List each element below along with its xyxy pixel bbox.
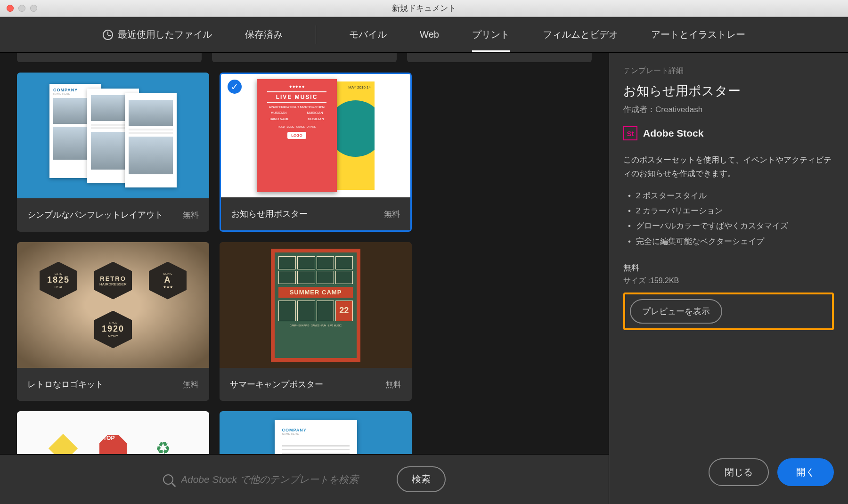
thumb-text: FOOD · MUSIC · GAMES · DRINKS [261, 125, 333, 128]
category-tabs: 最近使用したファイル 保存済み モバイル Web プリント フィルムとビデオ ア… [0, 17, 848, 53]
thumb-text: 22 [335, 301, 353, 321]
tab-label: フィルムとビデオ [543, 28, 618, 41]
list-item: 2 カラーバリエーション [628, 203, 834, 219]
thumb-text: 1825 [47, 275, 70, 285]
search-button[interactable]: 検索 [397, 466, 446, 492]
thumb-text: COMPANY [282, 428, 350, 432]
tab-film[interactable]: フィルムとビデオ [543, 17, 618, 52]
thumb-text: MUSICIAN [307, 111, 323, 114]
window-controls [0, 5, 37, 12]
template-price: 無料 [385, 379, 401, 390]
template-card-partial[interactable] [407, 53, 592, 62]
tab-mobile[interactable]: モバイル [349, 17, 387, 52]
list-item: グローバルカラーですばやくカスタマイズ [628, 219, 834, 234]
template-name: シンプルなパンフレットレイアウト [27, 209, 163, 220]
thumb-text: EVERY FRIDAY NIGHT STARTING AT 6PM [261, 106, 333, 108]
detail-heading: テンプレート詳細 [623, 66, 834, 76]
template-card-summer-camp[interactable]: SUMMER CAMP 22 CAMP · BONFIRE · GAMES · … [220, 242, 412, 401]
tab-label: Web [420, 29, 439, 40]
show-preview-button[interactable]: プレビューを表示 [630, 299, 722, 324]
thumb-text: LOGO [287, 132, 306, 139]
tab-saved[interactable]: 保存済み [245, 17, 283, 52]
tab-print[interactable]: プリント [472, 17, 510, 52]
detail-panel: テンプレート詳細 お知らせ用ポスター 作成者：Creativedash St A… [609, 53, 848, 504]
minimize-window-icon [18, 5, 25, 12]
template-name: お知らせ用ポスター [231, 208, 308, 219]
tab-label: アートとイラストレー [651, 28, 745, 41]
window-title: 新規ドキュメント [392, 3, 456, 14]
template-name: レトロなロゴキット [27, 379, 104, 390]
template-price: 無料 [183, 210, 199, 220]
detail-description: このポスターセットを使用して、イベントやアクティビティのお知らせを作成できます。 [623, 154, 834, 181]
thumb-text: NYNY [108, 334, 118, 338]
tab-recent[interactable]: 最近使用したファイル [103, 17, 212, 52]
template-price: 無料 [384, 209, 400, 219]
tab-label: 保存済み [245, 28, 283, 41]
maximize-window-icon [30, 5, 37, 12]
search-bar: 検索 [0, 454, 609, 504]
template-name: サマーキャンプポスター [230, 379, 323, 390]
detail-author: 作成者：Creativedash [623, 104, 834, 115]
tab-art[interactable]: アートとイラストレー [651, 17, 745, 52]
list-item: 2 ポスタースタイル [628, 188, 834, 203]
search-input[interactable] [181, 474, 388, 485]
open-button[interactable]: 開く [777, 458, 834, 486]
detail-size: サイズ :159.2KB [623, 276, 834, 286]
thumb-text: RETRO [100, 275, 126, 282]
template-card-partial[interactable] [212, 53, 397, 62]
close-window-icon[interactable] [7, 5, 14, 12]
thumb-text: 1920 [102, 324, 124, 334]
template-card-pamphlet[interactable]: COMPANY NAME HERE [17, 73, 209, 232]
divider [316, 25, 316, 44]
thumb-text: A [164, 275, 171, 285]
thumb-text: MAY 2016 14 [348, 85, 371, 89]
thumb-text: SUMMER CAMP [278, 287, 353, 298]
search-icon [163, 474, 173, 485]
thumb-text: MUSICIAN [308, 117, 324, 121]
detail-price: 無料 [623, 262, 834, 273]
thumb-text: BAND NAME [270, 117, 290, 121]
template-grid-area: COMPANY NAME HERE [0, 53, 609, 504]
thumbnail: ✓ ◆ ◆ ◆ ◆ ◆ LIVE MUSIC EVERY FRIDAY NIGH… [221, 74, 410, 197]
tab-label: モバイル [349, 28, 387, 41]
detail-feature-list: 2 ポスタースタイル 2 カラーバリエーション グローバルカラーですばやくカスタ… [623, 188, 834, 249]
thumb-text: USA [55, 285, 62, 289]
template-card-announcement-poster[interactable]: ✓ ◆ ◆ ◆ ◆ ◆ LIVE MUSIC EVERY FRIDAY NIGH… [220, 73, 412, 232]
thumbnail: COMPANY NAME HERE [17, 73, 209, 198]
template-card-retro-logo[interactable]: ESTD1825USA RETROHAIRDRESSER SONICA★★★ S… [17, 242, 209, 401]
thumb-text: MUSICIAN [270, 111, 286, 114]
thumb-text: CAMP · BONFIRE · GAMES · FUN · LIVE MUSI… [278, 324, 353, 327]
thumb-text: HAIRDRESSER [99, 282, 127, 286]
tab-label: 最近使用したファイル [118, 28, 212, 41]
template-price: 無料 [183, 379, 199, 390]
thumbnail: SUMMER CAMP 22 CAMP · BONFIRE · GAMES · … [220, 242, 412, 368]
template-card-partial[interactable] [17, 53, 202, 62]
selected-check-icon: ✓ [228, 80, 242, 94]
preview-highlight-box: プレビューを表示 [623, 293, 834, 330]
thumbnail: ESTD1825USA RETROHAIRDRESSER SONICA★★★ S… [17, 242, 209, 368]
thumb-text: LIVE MUSIC [267, 91, 326, 103]
adobe-stock-icon: St [623, 126, 637, 140]
list-item: 完全に編集可能なベクターシェイプ [628, 234, 834, 249]
titlebar: 新規ドキュメント [0, 0, 848, 17]
close-button[interactable]: 閉じる [709, 458, 769, 486]
detail-title: お知らせ用ポスター [623, 82, 834, 99]
clock-icon [103, 30, 113, 40]
tab-label: プリント [472, 28, 510, 41]
tab-web[interactable]: Web [420, 18, 439, 51]
adobe-stock-label: Adobe Stock [643, 128, 703, 139]
